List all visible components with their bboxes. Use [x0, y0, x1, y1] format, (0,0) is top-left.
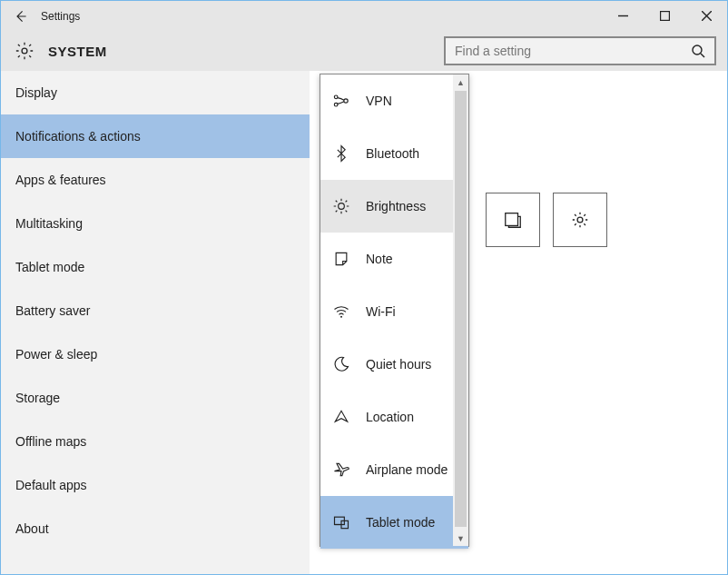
quiet-hours-icon — [331, 354, 351, 374]
vpn-icon — [331, 91, 351, 111]
flyout-item-label: Tablet mode — [366, 515, 435, 530]
flyout-item-wifi[interactable]: Wi-Fi — [320, 285, 468, 338]
svg-point-9 — [340, 316, 342, 318]
svg-point-4 — [577, 217, 583, 223]
sidebar-item-default-apps[interactable]: Default apps — [1, 463, 310, 507]
bluetooth-icon — [331, 144, 351, 164]
sidebar-item-storage[interactable]: Storage — [1, 376, 310, 420]
flyout-item-label: Note — [366, 252, 393, 266]
svg-point-2 — [693, 45, 702, 55]
sidebar-item-label: Notifications & actions — [15, 129, 141, 144]
sidebar-item-multitasking[interactable]: Multitasking — [1, 202, 310, 245]
flyout-item-label: Bluetooth — [366, 146, 419, 161]
sidebar-item-label: Battery saver — [15, 303, 90, 318]
window-title: Settings — [41, 10, 80, 23]
search-box[interactable] — [444, 36, 716, 65]
sidebar-item-battery[interactable]: Battery saver — [1, 289, 310, 332]
scroll-up-button[interactable]: ▲ — [453, 74, 468, 90]
svg-rect-3 — [506, 213, 518, 226]
flyout-item-tablet[interactable]: Tablet mode — [320, 496, 468, 549]
flyout-item-label: Brightness — [366, 199, 426, 213]
flyout-item-label: Location — [366, 410, 414, 424]
brightness-icon — [331, 196, 351, 216]
quick-action-flyout: ▲ ▼ VPN Bluetooth Brightness Note Wi-Fi … — [320, 74, 469, 547]
quick-action-tile[interactable] — [486, 193, 540, 247]
sidebar-item-offline-maps[interactable]: Offline maps — [1, 420, 310, 463]
sidebar: Display Notifications & actions Apps & f… — [1, 71, 310, 574]
sidebar-item-label: Tablet mode — [15, 260, 84, 274]
flyout-item-note[interactable]: Note — [320, 233, 468, 285]
sidebar-item-label: Multitasking — [15, 216, 83, 231]
sidebar-item-label: Offline maps — [15, 434, 86, 449]
sidebar-item-about[interactable]: About — [1, 507, 310, 550]
search-input[interactable] — [455, 44, 691, 58]
sidebar-item-tablet-mode[interactable]: Tablet mode — [1, 245, 310, 289]
sidebar-item-label: Power & sleep — [15, 347, 97, 362]
flyout-item-label: Quiet hours — [366, 357, 431, 372]
close-button[interactable] — [685, 1, 727, 31]
sidebar-item-label: Storage — [15, 391, 60, 405]
svg-point-7 — [344, 99, 348, 103]
scrollbar[interactable]: ▲ ▼ — [453, 74, 468, 546]
flyout-item-airplane[interactable]: Airplane mode — [320, 443, 468, 496]
minimize-button[interactable] — [602, 1, 644, 31]
wifi-icon — [331, 302, 351, 322]
scroll-down-button[interactable]: ▼ — [453, 530, 468, 546]
flyout-item-quiet-hours[interactable]: Quiet hours — [320, 338, 468, 391]
sidebar-item-label: About — [15, 521, 49, 536]
flyout-item-label: VPN — [366, 94, 392, 108]
airplane-icon — [331, 460, 351, 480]
flyout-item-label: Airplane mode — [366, 462, 448, 477]
svg-point-8 — [339, 203, 345, 210]
sidebar-item-label: Default apps — [15, 478, 87, 492]
maximize-button[interactable] — [644, 1, 685, 31]
search-icon — [691, 44, 705, 58]
sidebar-item-display[interactable]: Display — [1, 71, 310, 114]
flyout-item-label: Wi-Fi — [366, 304, 396, 319]
svg-point-5 — [334, 95, 338, 99]
header-title: SYSTEM — [48, 44, 107, 59]
sidebar-item-notifications[interactable]: Notifications & actions — [1, 114, 310, 158]
scroll-thumb[interactable] — [455, 91, 467, 527]
sidebar-item-apps[interactable]: Apps & features — [1, 158, 310, 202]
svg-rect-0 — [660, 12, 669, 21]
sidebar-item-power[interactable]: Power & sleep — [1, 332, 310, 376]
sidebar-item-label: Apps & features — [15, 173, 106, 187]
flyout-item-location[interactable]: Location — [320, 391, 468, 443]
location-icon — [331, 407, 351, 427]
header: SYSTEM — [1, 31, 727, 71]
flyout-item-bluetooth[interactable]: Bluetooth — [320, 127, 468, 180]
note-icon — [331, 249, 351, 269]
back-button[interactable] — [1, 1, 41, 31]
sidebar-item-label: Display — [15, 85, 57, 100]
quick-action-tile[interactable] — [553, 193, 607, 247]
svg-point-1 — [22, 48, 27, 54]
flyout-item-vpn[interactable]: VPN — [320, 74, 468, 127]
gear-icon — [12, 38, 37, 64]
tablet-mode-icon — [331, 512, 351, 532]
svg-point-6 — [334, 103, 338, 106]
title-bar: Settings — [1, 1, 727, 31]
flyout-item-brightness[interactable]: Brightness — [320, 180, 468, 233]
